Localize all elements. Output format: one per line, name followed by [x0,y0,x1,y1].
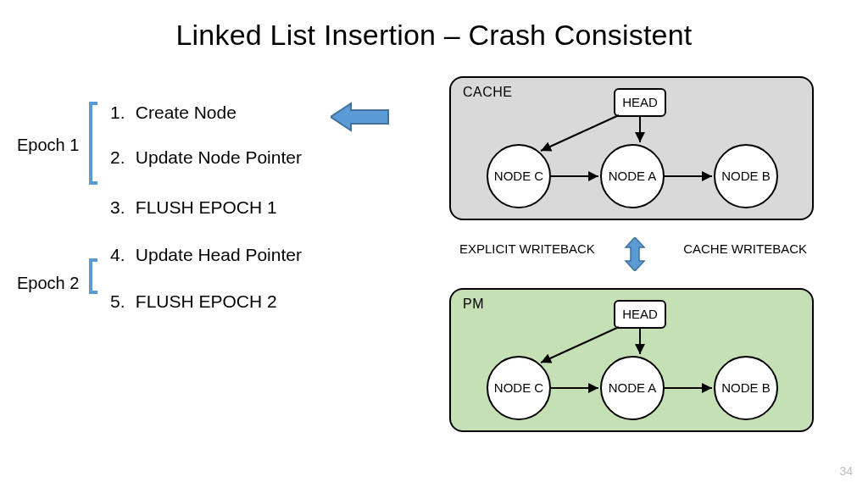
cache-node-a: NODE A [600,144,665,208]
step-5: 5. FLUSH EPOCH 2 [110,291,302,312]
step-1-text: Create Node [136,103,236,122]
step-3-num: 3. [110,197,131,218]
pm-node-a: NODE A [600,356,665,420]
slide-title: Linked List Insertion – Crash Consistent [0,19,868,52]
double-arrow-icon [622,237,648,271]
step-3-text: FLUSH EPOCH 1 [136,197,277,217]
step-list: 1. Create Node 2. Update Node Pointer 3.… [110,102,302,336]
step-1: 1. Create Node [110,102,302,123]
cache-head: HEAD [614,88,666,117]
step-2: 2. Update Node Pointer [110,147,302,168]
svg-marker-0 [331,103,388,130]
svg-line-2 [541,115,619,151]
step-5-text: FLUSH EPOCH 2 [136,291,277,311]
pm-label: PM [463,297,484,312]
step-4-text: Update Head Pointer [136,245,302,264]
step-2-num: 2. [110,147,131,168]
cache-node-c: NODE C [487,144,551,208]
step-2-text: Update Node Pointer [136,147,302,167]
bracket-epoch2 [89,258,97,294]
step-4: 4. Update Head Pointer [110,244,302,265]
step-3: 3. FLUSH EPOCH 1 [110,197,302,218]
epoch2-label: Epoch 2 [17,274,79,293]
cache-node-b: NODE B [714,144,778,208]
step-1-num: 1. [110,102,131,123]
pm-node-b: NODE B [714,356,778,420]
cache-label: CACHE [463,85,513,100]
bracket-epoch1 [89,102,97,185]
pm-panel: PM HEAD NODE C NODE A NODE B [449,288,814,432]
epoch1-label: Epoch 1 [17,136,79,155]
svg-marker-5 [626,237,644,271]
step-5-num: 5. [110,291,131,312]
svg-line-7 [541,327,619,363]
cache-writeback-label: CACHE WRITEBACK [683,241,807,256]
indicator-arrow-icon [331,102,390,132]
slide-number: 34 [839,464,853,478]
step-4-num: 4. [110,244,131,265]
cache-panel: CACHE HEAD NODE C NODE A NODE B [449,76,814,220]
explicit-writeback-label: EXPLICIT WRITEBACK [459,241,595,256]
pm-node-c: NODE C [487,356,551,420]
pm-head: HEAD [614,300,666,329]
